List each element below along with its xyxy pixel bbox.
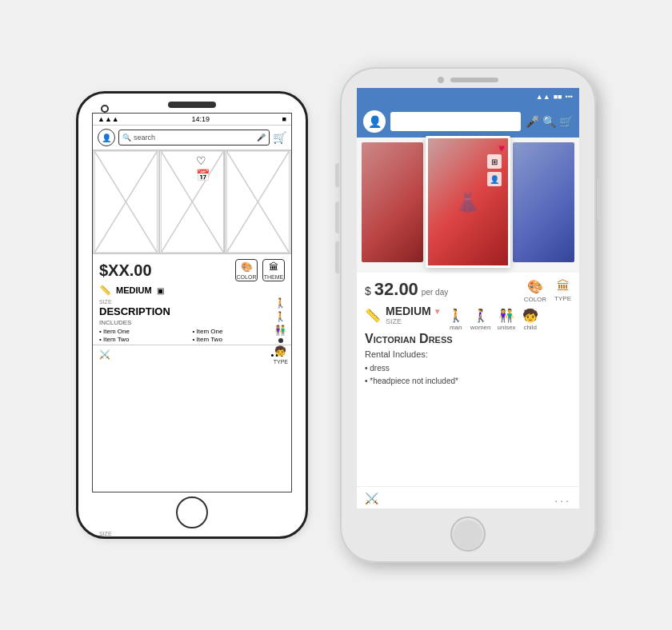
unisex-icon: 👫: [498, 308, 514, 323]
speaker: [168, 102, 216, 108]
audience-selectors: 🚶 man 🚶‍♀️ women 👫 unisex 🧒: [448, 308, 538, 331]
product-image-3[interactable]: [225, 150, 291, 253]
size-display[interactable]: MEDIUM ▼: [386, 305, 442, 317]
volume-mute-button[interactable]: [335, 163, 339, 187]
include-item-2: • *headpiece not included*: [365, 375, 571, 388]
action-icons: 🎨 COLOR 🏛 THEME: [235, 259, 285, 281]
product-image-2[interactable]: ♡ 📅: [159, 150, 226, 253]
wifi-icon: ▲▲: [536, 93, 550, 101]
price-type-row: $ 32.00 per day 🎨 COLOR 🏛 TYPE: [365, 279, 571, 305]
size-selector: 📏 MEDIUM ▼ SIZE: [365, 305, 442, 325]
color-palette-icon: 🎨: [527, 279, 543, 294]
person-icon[interactable]: 👤: [487, 172, 502, 186]
power-button[interactable]: [597, 179, 601, 219]
color-selector[interactable]: 🎨 COLOR: [524, 279, 546, 303]
price-row: $ 32.00 per day: [365, 279, 448, 300]
thumb-image-1: [362, 142, 423, 262]
unisex-option[interactable]: 👫 unisex: [497, 308, 515, 331]
product-thumb-2[interactable]: [513, 142, 574, 262]
color-button[interactable]: 🎨 COLOR: [235, 259, 258, 281]
signal-icon: ▲▲▲: [98, 115, 119, 123]
type-indicator-dot: [278, 338, 283, 343]
camera-dot: [101, 105, 109, 113]
mic-icon[interactable]: 🎤: [526, 115, 539, 128]
per-day-label: per day: [422, 288, 448, 297]
size-row: 📏 MEDIUM ▣ SIZE: [93, 283, 291, 297]
includes-label: INCLUDES: [99, 319, 285, 326]
size-value: MEDIUM: [386, 305, 431, 317]
couple-icon: 👫: [274, 325, 286, 336]
man-icon: 🚶: [448, 308, 464, 323]
theme-icon: 🏛: [269, 261, 278, 273]
more-options-dots[interactable]: ...: [554, 492, 571, 504]
home-button[interactable]: [450, 516, 486, 552]
women-option[interactable]: 🚶‍♀️ women: [470, 308, 491, 331]
include-item-2: • Item One: [193, 328, 286, 335]
type-icon: 🏛: [557, 279, 570, 293]
person1-icon: 🚶: [274, 297, 286, 309]
price-value: 32.00: [374, 279, 418, 300]
volume-down-button[interactable]: [335, 241, 339, 273]
avatar-icon[interactable]: 👤: [98, 129, 115, 146]
brand-logo-icon: ⚔️: [365, 492, 378, 504]
search-input[interactable]: 🔍 search 🎤: [118, 130, 270, 146]
battery-icon: ■: [282, 115, 286, 123]
search-icon: 🔍: [122, 134, 131, 142]
rental-includes-label: Rental Includes:: [365, 349, 571, 359]
description-title: DESCRIPTION: [99, 305, 285, 317]
size-icon: 📏: [99, 285, 111, 296]
bottom-bar: ⚔️ •••: [93, 345, 291, 364]
image-grid: ♡ 📅: [93, 150, 291, 254]
time-display: 14:19: [191, 115, 210, 123]
women-label: women: [470, 324, 491, 331]
search-icon[interactable]: 🔍: [542, 115, 556, 128]
dots-icon: •••: [566, 93, 573, 101]
theme-button[interactable]: 🏛 THEME: [262, 259, 285, 281]
woman-icon: 🚶‍♀️: [473, 308, 489, 323]
product-info: $ 32.00 per day 🎨 COLOR 🏛 TYPE: [357, 273, 579, 486]
top-bar: [78, 94, 306, 113]
speaker-bar: [450, 78, 498, 82]
real-phone: ▲▲ ■■ ••• 👤 🎤 🔍 🛒 👗: [340, 67, 596, 563]
real-bottom-bar: ⚔️ ...: [357, 486, 579, 508]
real-search-input[interactable]: [390, 112, 521, 131]
child-label: child: [523, 324, 536, 331]
home-area: [450, 508, 486, 563]
dropdown-icon[interactable]: ▣: [157, 286, 164, 295]
cart-icon[interactable]: 🛒: [559, 115, 573, 128]
size-block: MEDIUM ▼ SIZE: [386, 305, 442, 325]
type-selector[interactable]: 🏛 TYPE: [554, 279, 571, 303]
type-column: 🚶 🚶 👫 🧒 TYPE: [274, 297, 288, 365]
size-tape-icon: 📏: [365, 308, 381, 323]
thumb-image-2: [513, 142, 574, 262]
price-display: $XX.00: [99, 261, 152, 280]
wf-app-header: 👤 🔍 search 🎤 🛒: [93, 126, 291, 150]
man-label: man: [450, 324, 462, 331]
man-option[interactable]: 🚶 man: [448, 308, 464, 331]
header-icons: 🎤 🔍 🛒: [526, 115, 573, 128]
home-button[interactable]: [176, 496, 208, 528]
mic-icon[interactable]: 🎤: [257, 134, 266, 142]
wireframe-phone: ▲▲▲ 14:19 ■ 👤 🔍 search 🎤 🛒: [76, 91, 308, 539]
dropdown-arrow[interactable]: ▼: [434, 307, 442, 316]
type-label: TYPE: [274, 359, 288, 365]
product-main-image[interactable]: 👗 ♥ ⊞ 👤: [426, 136, 510, 268]
real-image-area: 👗 ♥ ⊞ 👤: [357, 138, 579, 273]
real-avatar[interactable]: 👤: [363, 110, 386, 133]
volume-up-button[interactable]: [335, 201, 339, 233]
cart-icon[interactable]: 🛒: [273, 131, 286, 144]
product-image-1[interactable]: [93, 150, 159, 253]
product-thumb-1[interactable]: [362, 142, 423, 262]
calendar-icon[interactable]: 📅: [196, 169, 210, 181]
wireframe-screen: ▲▲▲ 14:19 ■ 👤 🔍 search 🎤 🛒: [92, 113, 292, 492]
color-icon: 🎨: [241, 261, 253, 273]
include-item-1: • Item One: [99, 328, 192, 335]
color-type-icons: 🎨 COLOR 🏛 TYPE: [524, 279, 571, 303]
favorite-badge[interactable]: ♥: [498, 142, 505, 154]
expand-icon[interactable]: ⊞: [487, 154, 502, 169]
favorite-icon[interactable]: ♡: [196, 154, 206, 167]
camera-area: [438, 67, 498, 88]
child-icon: 🧒: [274, 345, 286, 357]
child-option[interactable]: 🧒 child: [522, 308, 538, 331]
real-status-bar: ▲▲ ■■ •••: [357, 88, 579, 106]
